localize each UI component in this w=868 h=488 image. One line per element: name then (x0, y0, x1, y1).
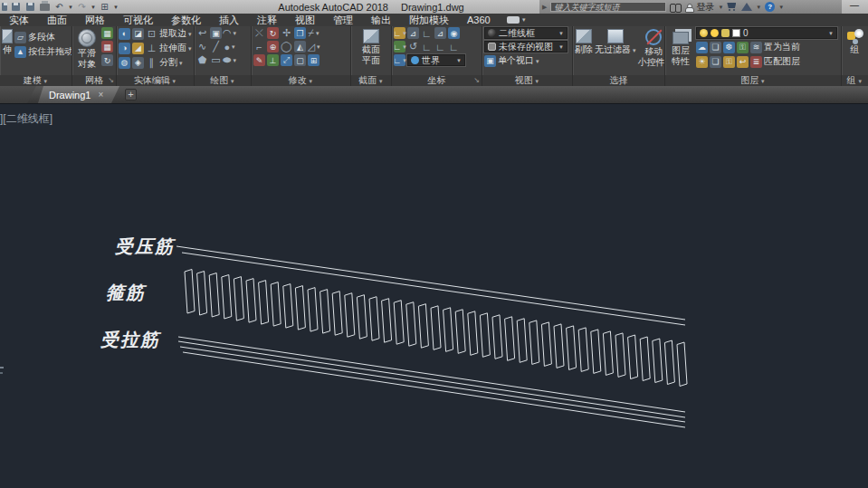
separate-icon[interactable]: ∥ (146, 57, 157, 69)
extract-edges-button[interactable]: 提取边 (159, 27, 192, 40)
panel-label-solid-editing[interactable]: 实体编辑 (117, 75, 194, 86)
redo-dropdown-icon[interactable]: ▼ (91, 5, 96, 10)
tab-parametric[interactable]: 参数化 (162, 14, 210, 26)
tab-insert[interactable]: 插入 (210, 14, 248, 26)
help-dropdown-icon[interactable]: ▼ (778, 5, 784, 10)
tab-output[interactable]: 输出 (362, 14, 400, 26)
tab-close-icon[interactable]: × (98, 91, 103, 100)
arc-icon[interactable]: ◠ (224, 27, 235, 39)
culling-button[interactable]: 剔除 (575, 27, 593, 74)
tab-manage[interactable]: 管理 (324, 14, 362, 26)
region-icon[interactable]: ▣ (210, 27, 222, 39)
mesh-refine-icon[interactable]: ▦ (101, 27, 113, 39)
panel-label-draw[interactable]: 绘图 (195, 75, 251, 86)
new-tab-button[interactable]: + (125, 89, 137, 100)
rectangle-icon[interactable]: ▭ (210, 54, 222, 66)
featured-apps-dropdown-icon[interactable]: ▼ (521, 17, 527, 23)
layer-on-all-icon[interactable]: ☀ (696, 56, 708, 68)
align-icon[interactable]: ⊥ (267, 54, 279, 66)
fillet-icon[interactable]: ⌐ (253, 41, 265, 53)
ucs-z-icon[interactable]: ∟ (448, 41, 460, 53)
layer-properties-button[interactable]: 图层 特性 (667, 27, 694, 74)
presspull-button[interactable]: ▲ 按住并拖动 (14, 45, 72, 58)
layer-thaw-all-icon[interactable]: ❏ (710, 56, 721, 68)
ucs-previous-icon[interactable]: ∟ (421, 27, 433, 39)
intersect-icon[interactable]: ◑ (119, 43, 130, 54)
group-button[interactable]: 组 (847, 27, 863, 74)
section-plane-button[interactable]: 截面 平面 (362, 27, 380, 74)
polyline-icon[interactable]: ↩ (196, 27, 208, 39)
layer-off-icon[interactable]: ☁ (696, 42, 708, 53)
shell-icon[interactable]: ◈ (132, 57, 144, 69)
array-icon[interactable]: ⊕ (267, 41, 279, 53)
extrude-button-partial[interactable]: 伸 (2, 27, 13, 74)
trim-icon[interactable]: ⤬ (253, 27, 265, 39)
tab-surface[interactable]: 曲面 (38, 14, 76, 26)
scale-icon[interactable]: ⤢ (281, 54, 292, 66)
extrude-faces-button[interactable]: 拉伸面 (159, 42, 192, 54)
tab-solid[interactable]: 实体 (0, 14, 38, 26)
help-search-input[interactable] (550, 2, 666, 12)
ucs-combo[interactable]: 世界 ▼ (407, 54, 465, 66)
panel-label-layers[interactable]: 图层 (665, 75, 841, 86)
array-rect-icon[interactable]: ⊞ (308, 54, 320, 66)
search-icon[interactable] (670, 3, 682, 12)
redo-icon[interactable]: ↷ (76, 2, 88, 13)
extrude-faces-icon[interactable]: ⊥ (146, 43, 157, 54)
coordinates-launcher-icon[interactable]: ↘ (473, 76, 480, 85)
subtract-icon[interactable]: ◪ (132, 28, 144, 40)
layer-unlock2-icon[interactable]: ⚿ (723, 56, 735, 68)
offset-icon[interactable]: ◯ (281, 41, 292, 53)
circle-icon[interactable]: ● (224, 41, 235, 53)
mesh-rotate-icon[interactable]: ↻ (101, 54, 113, 66)
separate-button[interactable]: 分割 (159, 56, 183, 69)
minimize-button[interactable]: — (850, 0, 859, 10)
search-expand-icon[interactable]: ▶ (542, 4, 547, 11)
save-icon[interactable] (10, 2, 22, 13)
copy-icon[interactable]: ❐ (294, 27, 306, 39)
mesh-launcher-icon[interactable]: ↘ (108, 76, 114, 85)
panel-label-modeling[interactable]: 建模 (0, 75, 72, 86)
ucs-named-icon[interactable]: ⊿ (407, 27, 419, 39)
layer-prev-icon[interactable]: ↩ (737, 56, 749, 68)
smooth-object-button[interactable]: 平滑 对象 (74, 27, 100, 74)
undo-icon[interactable]: ↶ (53, 2, 65, 13)
ucs-y-icon[interactable]: ∟ (434, 41, 446, 53)
a360-icon[interactable] (741, 3, 752, 11)
layer-lock-icon[interactable]: ⚿ (737, 42, 749, 53)
ucs-x-icon[interactable]: ∟ (421, 41, 433, 53)
layer-freeze-icon[interactable]: ❆ (723, 42, 735, 53)
spline-icon[interactable]: ∿ (196, 41, 208, 53)
app-store-icon[interactable] (727, 3, 738, 11)
mesh-reduce-icon[interactable]: ▦ (101, 41, 113, 53)
line-icon[interactable]: ╱ (210, 41, 222, 53)
no-filter-button[interactable]: 无过滤器 (595, 27, 636, 74)
print-icon[interactable] (39, 2, 51, 13)
layer-walk-icon[interactable]: ≋ (750, 42, 762, 53)
a360-dropdown-icon[interactable]: ▼ (756, 5, 761, 10)
model-space-canvas[interactable]: ][二维线框] 受压筋 箍筋 受拉筋 (0, 103, 868, 488)
move-gizmo-button[interactable]: 移动 小控件 (638, 27, 664, 74)
file-tab-drawing1[interactable]: Drawing1 × (38, 86, 119, 103)
ucs-origin-icon[interactable]: ∟ (394, 41, 405, 53)
viewport-config-button[interactable]: ▣ 单个视口 (484, 54, 570, 67)
rotate-icon[interactable]: ↻ (267, 27, 279, 39)
tab-view[interactable]: 视图 (286, 14, 324, 26)
panel-label-coordinates[interactable]: 坐标↘ (392, 75, 482, 86)
file-tab-partial[interactable] (0, 86, 36, 103)
panel-label-group[interactable]: 组 (842, 75, 868, 86)
panel-label-section[interactable]: 截面 (351, 75, 391, 86)
panel-label-view[interactable]: 视图 (482, 75, 572, 86)
qat-customize-icon[interactable]: ▼ (113, 5, 119, 10)
plot-style-icon[interactable]: ⊞ (99, 2, 110, 13)
ucs-object-icon[interactable]: ⊿ (434, 27, 446, 39)
ucs-restore-icon[interactable]: ↺ (407, 41, 419, 53)
workspace-icon[interactable] (2, 2, 7, 13)
polygon-icon[interactable]: ⬟ (196, 54, 208, 66)
stretch-icon[interactable]: ▢ (294, 54, 306, 66)
mirror-icon[interactable]: ◭ (294, 41, 306, 53)
ellipse-icon[interactable]: ⬬ (224, 54, 235, 66)
visual-style-combo[interactable]: 二维线框 ▼ (484, 27, 568, 39)
tab-addins[interactable]: 附加模块 (400, 14, 458, 26)
match-layer-button[interactable]: 匹配图层 (764, 55, 800, 68)
